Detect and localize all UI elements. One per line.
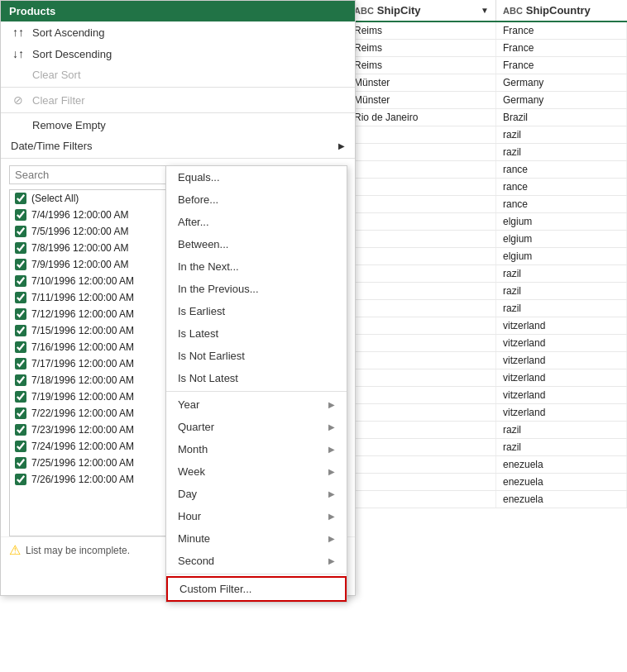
filter-checkbox[interactable] [15,308,26,320]
submenu-item-week[interactable]: Week▶ [166,460,347,483]
datetime-submenu: Equals...Before...After...Between...In t… [165,165,347,603]
cell-shipcountry: enezuela [496,491,627,508]
filter-checkbox[interactable] [15,358,26,369]
submenu-separator-custom [166,574,347,574]
cell-shipcity: Reims [347,22,496,39]
cell-shipcity [347,404,496,421]
submenu-item-in-the-next[interactable]: In the Next... [166,255,347,278]
submenu-item-is-not-latest[interactable]: Is Not Latest [166,367,347,389]
submenu-item-month[interactable]: Month▶ [166,438,347,460]
submenu-item-after[interactable]: After... [166,211,347,233]
filter-list-item-label: 7/17/1996 12:00:00 AM [31,358,134,369]
filter-list-item-label: 7/4/1996 12:00:00 AM [31,209,128,221]
cell-shipcity [347,352,496,369]
submenu-arrow: ▶ [328,512,335,521]
filter-list-item-label: 7/22/1996 12:00:00 AM [31,407,134,419]
cell-shipcity [347,283,496,299]
filter-checkbox[interactable] [15,457,26,469]
submenu-item-is-not-earliest[interactable]: Is Not Earliest [166,345,347,367]
shipcity-dropdown-arrow[interactable]: ▼ [481,6,489,15]
filter-checkbox[interactable] [15,374,26,386]
clear-sort-item[interactable]: Clear Sort [1,64,355,85]
cell-shipcity: Rio de Janeiro [347,109,496,126]
col-shipcity-header: ABC ShipCity ▼ [347,0,496,21]
submenu-item-year[interactable]: Year▶ [166,393,347,416]
datetime-filters-label: Date/Time Filters [11,140,92,152]
submenu-arrow: ▶ [328,489,335,498]
filter-list-item-label: 7/12/1996 12:00:00 AM [31,308,134,320]
datetime-filters-arrow: ▶ [338,141,345,150]
filter-checkbox[interactable] [15,193,26,204]
filter-checkbox[interactable] [15,275,26,287]
cell-shipcountry: enezuela [496,456,627,473]
filter-checkbox[interactable] [15,474,26,485]
col-shipcity-label: ShipCity [377,4,421,17]
cell-shipcountry: vitzerland [496,404,627,421]
col-shipcountry-header: ABC ShipCountry [496,0,627,21]
warning-icon: ⚠ [9,542,21,558]
cell-shipcountry: rance [496,161,627,178]
abc-icon-shipcountry: ABC [503,6,523,16]
submenu-item-is-latest[interactable]: Is Latest [166,322,347,345]
clear-filter-item[interactable]: ⊘ Clear Filter [1,89,355,111]
cell-shipcity [347,456,496,473]
filter-checkbox[interactable] [15,391,26,403]
filter-list-item-label: 7/23/1996 12:00:00 AM [31,424,134,436]
sort-descending-item[interactable]: ↓↑ Sort Descending [1,43,355,64]
filter-checkbox[interactable] [15,226,26,237]
cell-shipcountry: vitzerland [496,352,627,369]
filter-checkbox[interactable] [15,325,26,336]
filter-checkbox[interactable] [15,407,26,419]
cell-shipcity: Münster [347,92,496,108]
submenu-item-hour[interactable]: Hour▶ [166,505,347,527]
submenu-item-before[interactable]: Before... [166,188,347,211]
col-shipcountry-label: ShipCountry [526,4,591,17]
filter-checkbox[interactable] [15,259,26,270]
submenu-item-minute[interactable]: Minute▶ [166,527,347,550]
filter-checkbox[interactable] [15,441,26,452]
cell-shipcity [347,126,496,143]
custom-filter-label: Custom Filter... [179,583,251,595]
filter-checkbox[interactable] [15,292,26,303]
cell-shipcountry: Germany [496,92,627,108]
sort-ascending-item[interactable]: ↑↑ Sort Ascending [1,21,355,43]
filter-list-item-label: 7/16/1996 12:00:00 AM [31,341,134,353]
filter-checkbox[interactable] [15,242,26,254]
filter-checkbox[interactable] [15,424,26,436]
separator-1 [1,87,355,88]
cell-shipcountry: razil [496,422,627,438]
filter-checkbox[interactable] [15,341,26,353]
filter-list-item-label: 7/24/1996 12:00:00 AM [31,441,134,452]
submenu-arrow: ▶ [328,445,335,454]
datetime-filters-item[interactable]: Date/Time Filters ▶ [1,136,355,156]
abc-icon-shipcity: ABC [354,6,374,16]
clear-filter-label: Clear Filter [32,94,85,107]
cell-shipcity [347,144,496,160]
cell-shipcity [347,422,496,438]
cell-shipcountry: vitzerland [496,317,627,334]
custom-filter-item[interactable]: Custom Filter... [166,576,347,602]
submenu-item-in-the-previous[interactable]: In the Previous... [166,278,347,300]
cell-shipcity [347,161,496,178]
filter-checkbox[interactable] [15,209,26,221]
submenu-item-day[interactable]: Day▶ [166,483,347,505]
clear-filter-icon: ⊘ [11,93,26,107]
cell-shipcity [347,231,496,247]
submenu-item-equals[interactable]: Equals... [166,166,347,188]
sort-ascending-label: Sort Ascending [32,26,104,39]
submenu-item-between[interactable]: Between... [166,233,347,255]
cell-shipcity: Reims [347,57,496,74]
cell-shipcountry: razil [496,300,627,317]
submenu-item-quarter[interactable]: Quarter▶ [166,416,347,438]
submenu-label-before: Before... [178,193,218,206]
filter-panel-header: Products [1,1,355,21]
remove-empty-item[interactable]: Remove Empty [1,115,355,136]
submenu-label-is-earliest: Is Earliest [178,305,225,317]
submenu-item-is-earliest[interactable]: Is Earliest [166,300,347,322]
cell-shipcity [347,317,496,334]
cell-shipcity [347,300,496,317]
submenu-label-day: Day [178,488,197,500]
separator-2 [1,112,355,113]
submenu-arrow: ▶ [328,400,335,409]
submenu-item-second[interactable]: Second▶ [166,550,347,572]
